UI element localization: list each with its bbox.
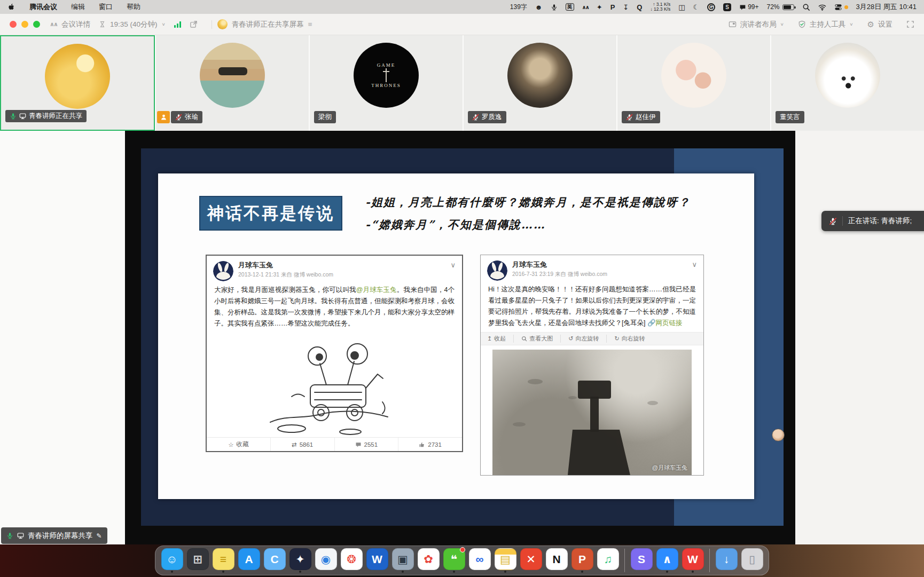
sharing-banner[interactable]: 青春讲师正在共享屏幕 ≡	[217, 19, 312, 29]
menubar-clock[interactable]: 3月28日 周五 10:41	[856, 2, 917, 12]
dock-chrome[interactable]: ❂	[340, 548, 363, 573]
participant-tile[interactable]: 张瑜	[156, 35, 309, 131]
wps-icon[interactable]: W	[682, 548, 704, 570]
word-count-status[interactable]: 139字	[510, 3, 527, 12]
focus-moon-icon[interactable]: ☾	[693, 3, 700, 11]
purple-swirl-app-icon[interactable]: S	[631, 548, 653, 570]
weibo-page-link[interactable]: 🔗	[647, 319, 656, 327]
participant-tile[interactable]: 赵佳伊	[617, 35, 770, 131]
dock-word[interactable]: W	[366, 548, 388, 573]
dock-finder[interactable]: ☺	[161, 548, 183, 573]
notes-icon[interactable]: ▤	[495, 548, 516, 570]
menu-app-name[interactable]: 腾讯会议	[29, 2, 57, 12]
network-quality-indicator[interactable]	[174, 21, 181, 28]
collapse-button[interactable]: ↥ 收起	[487, 335, 506, 343]
dock-notion[interactable]: N	[545, 548, 568, 573]
dock-powerpoint[interactable]: P	[571, 548, 593, 573]
weibo-mention-link[interactable]: @月球车玉兔	[356, 286, 397, 294]
wifi-icon[interactable]	[818, 3, 826, 11]
meeting-menubar-icon[interactable]: ∧∧	[582, 4, 589, 10]
battery-status[interactable]: 72%	[767, 3, 794, 11]
display-app-icon[interactable]: ▣	[392, 548, 414, 570]
dock-red-app[interactable]: ✕	[520, 548, 542, 573]
network-speed-status[interactable]: ↑ 3.1 K/s↓ 12.3 K/s	[650, 2, 670, 12]
like-button[interactable]: 2731	[398, 438, 462, 451]
dock-dark-chat-app[interactable]: ✦	[289, 548, 311, 573]
dock-downloads-folder[interactable]: ↓	[715, 548, 738, 573]
launchpad-icon[interactable]: ⊞	[187, 548, 209, 570]
view-large-button[interactable]: 查看大图	[513, 335, 553, 343]
q-app-menubar-icon[interactable]: Q	[637, 3, 642, 11]
safari-icon[interactable]: ◉	[315, 548, 337, 570]
red-app-icon[interactable]: ✕	[520, 548, 542, 570]
chat-app-menubar-icon[interactable]: ✦	[597, 3, 602, 11]
meeting-timer[interactable]: 19:35 (40分钟) ∨	[99, 20, 166, 29]
dock-notes[interactable]: ▤	[494, 548, 516, 573]
dock-wps[interactable]: W	[682, 548, 704, 573]
repost-button[interactable]: ⇄ 5861	[271, 438, 335, 451]
rotate-right-button[interactable]: ↻ 向右旋转	[606, 335, 645, 343]
participant-tile[interactable]: 罗质逸	[464, 35, 616, 131]
dictation-mic-icon[interactable]	[551, 4, 558, 11]
participant-tile[interactable]: GAME THRONES 梁彻	[310, 35, 463, 131]
dock-tencent-docs[interactable]: ∞	[468, 548, 491, 573]
weibo-author[interactable]: 月球车玉兔	[512, 260, 607, 269]
tencent-docs-icon[interactable]: ∞	[469, 548, 491, 570]
word-icon[interactable]: W	[366, 548, 388, 570]
tencent-meeting-icon[interactable]: ∧	[656, 548, 678, 570]
dock-trash[interactable]: ▯	[741, 548, 763, 573]
dock-photos[interactable]: ✿	[417, 548, 440, 573]
open-in-new-window-button[interactable]	[190, 20, 198, 28]
floating-participant-avatar[interactable]	[772, 429, 785, 441]
dock-blue-cat-app[interactable]: C	[263, 548, 286, 573]
menu-window[interactable]: 窗口	[99, 2, 113, 12]
dock-stickies[interactable]: ≡	[212, 548, 234, 573]
weibo-page-link-label[interactable]: 网页链接	[656, 319, 683, 327]
photos-icon[interactable]: ✿	[418, 548, 440, 570]
wechat-menubar-status[interactable]: 99+	[739, 3, 758, 11]
dock-display-app[interactable]: ▣	[391, 548, 414, 573]
menu-edit[interactable]: 编辑	[71, 2, 85, 12]
p-app-menubar-icon[interactable]: P	[610, 3, 615, 11]
s-app-menubar-icon[interactable]: S	[723, 3, 731, 11]
menu-help[interactable]: 帮助	[127, 2, 140, 12]
dock-wechat[interactable]: ❝	[443, 548, 465, 573]
host-tools-button[interactable]: 主持人工具 ∨	[798, 20, 853, 29]
finder-icon[interactable]: ☺	[161, 548, 183, 570]
control-center-icon[interactable]	[834, 3, 848, 11]
dock-purple-swirl-app[interactable]: S	[630, 548, 653, 573]
pencil-annotate-icon[interactable]: ✎	[97, 532, 102, 540]
participant-tile-sharer[interactable]: 青春讲师正在共享	[0, 35, 155, 131]
split-view-icon[interactable]: ◫	[678, 3, 685, 11]
participant-tile[interactable]: 董笑言	[771, 35, 924, 131]
downloads-folder-icon[interactable]: ↓	[716, 548, 738, 570]
download-tray-icon[interactable]: ↧	[623, 3, 629, 11]
app-store-icon[interactable]: A	[238, 548, 260, 570]
qq-music-icon[interactable]: ♫	[597, 548, 619, 570]
meeting-details-button[interactable]: ∧∧ 会议详情	[50, 20, 90, 29]
zoom-window-button[interactable]	[33, 21, 40, 28]
dock-app-store[interactable]: A	[238, 548, 260, 573]
dark-chat-app-icon[interactable]: ✦	[289, 548, 311, 570]
g-app-menubar-icon[interactable]: G	[707, 3, 715, 11]
dock-launchpad[interactable]: ⊞	[186, 548, 209, 573]
minimize-window-button[interactable]	[21, 21, 28, 28]
moon-surface-photo[interactable]: @月球车玉兔	[492, 350, 692, 475]
weibo-author[interactable]: 月球车玉兔	[238, 261, 333, 270]
post-menu-chevron-icon[interactable]: ∨	[450, 261, 456, 269]
screen-share-pill[interactable]: 青春讲师的屏幕共享 ✎	[1, 527, 107, 544]
comment-button[interactable]: 2551	[335, 438, 399, 451]
dock-tencent-meeting[interactable]: ∧	[656, 548, 678, 573]
rotate-left-button[interactable]: ↺ 向左旋转	[560, 335, 599, 343]
post-menu-chevron-icon[interactable]: ∨	[692, 260, 697, 268]
blue-cat-app-icon[interactable]: C	[264, 548, 286, 570]
close-window-button[interactable]	[10, 21, 17, 28]
trash-icon[interactable]: ▯	[741, 548, 763, 570]
input-language-icon[interactable]: 英	[566, 3, 574, 11]
fullscreen-button[interactable]	[906, 20, 914, 28]
powerpoint-icon[interactable]: P	[571, 548, 593, 570]
dock-safari[interactable]: ◉	[315, 548, 337, 573]
settings-button[interactable]: ⚙ 设置	[867, 20, 892, 29]
apple-menu-icon[interactable]	[7, 3, 15, 11]
weibo-cartoon-image[interactable]	[260, 333, 410, 437]
